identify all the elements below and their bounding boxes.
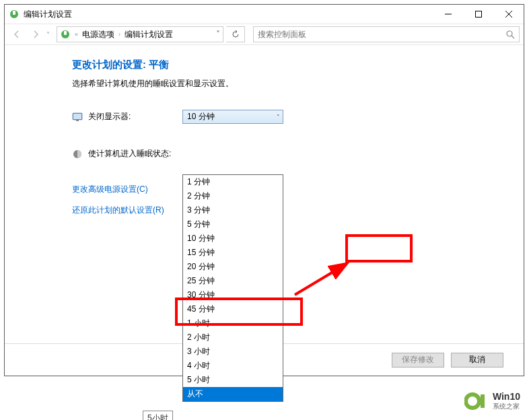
dropdown-option[interactable]: 1 分钟 [183,175,283,189]
svg-rect-3 [475,11,481,18]
dropdown-option[interactable]: 2 分钟 [183,189,283,203]
svg-rect-7 [64,31,67,35]
svg-rect-11 [73,114,81,119]
watermark-top: Win10 [493,391,520,402]
page-description: 选择希望计算机使用的睡眠设置和显示设置。 [72,78,497,90]
content-area: 更改计划的设置: 平衡 选择希望计算机使用的睡眠设置和显示设置。 关闭显示器: … [5,45,524,343]
svg-rect-17 [481,394,485,408]
search-box[interactable] [253,26,520,42]
forward-button[interactable] [28,26,44,42]
watermark-logo-icon [464,389,489,413]
svg-rect-1 [13,11,15,15]
svg-rect-12 [76,120,79,121]
sleep-label: 使计算机进入睡眠状态: [88,148,182,160]
svg-point-8 [507,31,512,36]
minimize-button[interactable] [433,5,463,24]
dropdown-option[interactable]: 5 分钟 [183,217,283,232]
dropdown-option[interactable]: 25 分钟 [183,274,283,288]
navbar: ˅ « 电源选项 › 编辑计划设置 ˅ [5,24,524,45]
folder-icon [60,29,71,40]
chevron-down-icon: ˅ [277,114,280,120]
dropdown-option[interactable]: 15 分钟 [183,246,283,260]
cancel-button[interactable]: 取消 [451,353,503,368]
dropdown-options-list: 1 分钟2 分钟3 分钟5 分钟10 分钟15 分钟20 分钟25 分钟30 分… [182,174,283,402]
advanced-settings-link[interactable]: 更改高级电源设置(C) [72,184,497,195]
refresh-icon [232,30,240,38]
dropdown-option[interactable]: 2 小时 [183,330,283,345]
dropdown-option[interactable]: 3 小时 [183,345,283,359]
dropdown-option[interactable]: 5 小时 [183,373,283,387]
dropdown-option[interactable]: 1 小时 [183,316,283,330]
background-fragment: 5小时 [143,411,173,420]
display-off-dropdown[interactable]: 10 分钟 ˅ [182,110,283,124]
watermark-text: Win10 系统之家 [493,391,520,411]
dropdown-option[interactable]: 3 分钟 [183,203,283,217]
sleep-icon [72,149,83,160]
dropdown-option[interactable]: 30 分钟 [183,288,283,302]
address-bar[interactable]: « 电源选项 › 编辑计划设置 ˅ [57,26,223,42]
window: 编辑计划设置 ˅ « 电源选项 [4,4,524,376]
history-dropdown[interactable]: ˅ [46,31,50,38]
restore-defaults-link[interactable]: 还原此计划的默认设置(R) [72,205,497,216]
search-icon [505,30,515,39]
titlebar: 编辑计划设置 [5,5,524,24]
back-button[interactable] [9,26,25,42]
app-icon [9,9,20,20]
search-input[interactable] [258,30,505,39]
breadcrumb-item-1[interactable]: 电源选项 [82,29,114,40]
dropdown-option[interactable]: 45 分钟 [183,302,283,316]
dropdown-option[interactable]: 10 分钟 [183,232,283,246]
svg-line-9 [512,36,514,38]
watermark-bottom: 系统之家 [493,402,520,411]
dropdown-option[interactable]: 从不 [183,387,283,401]
breadcrumb-sep: « [75,31,78,38]
close-button[interactable] [493,5,524,24]
dropdown-option[interactable]: 4 小时 [183,359,283,373]
save-button[interactable]: 保存修改 [392,353,444,368]
dropdown-option[interactable]: 20 分钟 [183,260,283,274]
watermark: Win10 系统之家 [464,389,520,413]
breadcrumb-item-2[interactable]: 编辑计划设置 [125,29,173,40]
refresh-button[interactable] [226,26,245,42]
address-dropdown[interactable]: ˅ [216,30,220,39]
breadcrumb-sep: › [118,31,120,38]
svg-point-16 [466,394,479,408]
monitor-icon [72,112,83,123]
display-off-label: 关闭显示器: [88,111,182,123]
display-off-row: 关闭显示器: 10 分钟 ˅ [72,110,497,124]
window-controls [433,5,524,24]
sleep-row: 使计算机进入睡眠状态: [72,148,497,160]
window-title: 编辑计划设置 [24,9,433,20]
page-title: 更改计划的设置: 平衡 [72,59,497,71]
dropdown-value: 10 分钟 [187,111,215,123]
maximize-button[interactable] [463,5,493,24]
